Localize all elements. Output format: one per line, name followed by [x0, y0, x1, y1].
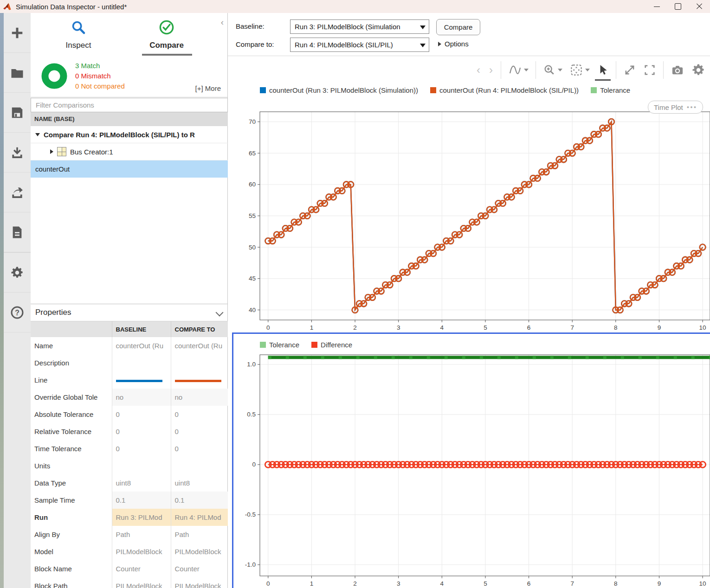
dropdown-caret-icon [420, 26, 426, 29]
property-row-align-by[interactable]: Align ByPathPath [31, 526, 228, 543]
property-row-override-global-tole[interactable]: Override Global Tolenono [31, 389, 228, 406]
add-button[interactable] [4, 13, 31, 53]
property-row-block-path[interactable]: Block PathPILModelBlockPILModelBlock [31, 577, 228, 588]
open-button[interactable] [4, 53, 31, 93]
help-button[interactable]: ? [4, 293, 31, 332]
save-button[interactable] [4, 93, 31, 133]
close-button[interactable] [689, 0, 710, 13]
fullscreen-icon[interactable] [643, 64, 656, 77]
expand-plot-icon[interactable] [623, 64, 636, 77]
property-row-units[interactable]: Units [31, 457, 228, 474]
minimize-button[interactable] [646, 0, 667, 13]
property-value-compare [171, 354, 228, 371]
property-value-compare: Path [171, 526, 228, 543]
svg-text:9: 9 [658, 324, 661, 331]
comparison-tree: Compare Run 4: PILModelBlock (SIL/PIL) t… [31, 126, 228, 178]
time-plot-badge[interactable]: Time Plot ●●● [648, 101, 703, 114]
property-row-name[interactable]: NamecounterOut (RucounterOut (Ru [31, 337, 228, 354]
zoom-in-icon[interactable] [543, 64, 562, 77]
property-value-compare: 0 [171, 406, 228, 423]
difference-plot-panel-selected[interactable]: ToleranceDifference 0123456789101.00.50-… [232, 332, 710, 588]
svg-text:10: 10 [699, 324, 706, 331]
property-row-sample-time[interactable]: Sample Time0.10.1 [31, 492, 228, 509]
more-link[interactable]: [+] More [195, 84, 221, 92]
svg-text:10: 10 [699, 580, 706, 587]
property-label: Block Name [31, 560, 112, 577]
properties-header[interactable]: Properties [31, 304, 228, 321]
maximize-button[interactable] [667, 0, 689, 13]
options-label: Options [445, 40, 469, 48]
svg-text:7: 7 [570, 580, 574, 587]
filter-comparisons-input[interactable] [31, 98, 228, 112]
svg-text:0: 0 [266, 324, 270, 331]
create-report-button[interactable] [4, 212, 31, 252]
difference-plot-chart[interactable]: 0123456789101.00.50-0.5-1.0 [233, 334, 710, 588]
tree-counterout-row-selected[interactable]: counterOut [31, 160, 228, 178]
baseline-label: Baseline: [236, 22, 265, 30]
property-row-block-name[interactable]: Block NameCounterCounter [31, 560, 228, 577]
svg-text:6: 6 [527, 324, 531, 331]
filter-comparisons [31, 98, 228, 112]
property-value-compare [171, 457, 228, 474]
svg-text:8: 8 [614, 324, 618, 331]
property-row-line[interactable]: Line [31, 371, 228, 389]
properties-col-header-label [31, 321, 112, 337]
property-value-baseline: PILModelBlock [112, 543, 171, 560]
plot-settings-gear-icon[interactable] [691, 63, 705, 77]
property-row-absolute-tolerance[interactable]: Absolute Tolerance00 [31, 406, 228, 423]
tab-compare[interactable]: Compare [127, 19, 206, 50]
property-value-baseline: 0 [112, 406, 171, 423]
options-expander[interactable]: Options [438, 40, 469, 48]
baseline-dropdown[interactable]: Run 3: PILModelBlock (Simulation [290, 19, 429, 34]
inspect-magnifier-icon [71, 19, 86, 35]
history-back-icon[interactable]: ‹ [476, 64, 481, 76]
import-icon [10, 146, 24, 160]
property-value-baseline: 0 [112, 423, 171, 440]
svg-text:9: 9 [658, 580, 661, 587]
svg-text:1: 1 [310, 580, 314, 587]
property-row-description[interactable]: Description [31, 354, 228, 371]
title-bar: Simulation Data Inspector - untitled* [0, 0, 710, 13]
toolbar-separator [616, 61, 616, 79]
property-label: Override Global Tole [31, 389, 112, 406]
svg-text:40: 40 [249, 307, 256, 313]
snapshot-camera-icon[interactable] [671, 64, 684, 77]
maximize-icon [675, 3, 681, 10]
property-row-relative-tolerance[interactable]: Relative Tolerance00 [31, 423, 228, 440]
desktop-background-sliver [0, 13, 4, 588]
tab-inspect[interactable]: Inspect [39, 19, 118, 50]
open-icon [10, 66, 24, 80]
dropdown-caret-icon [558, 69, 562, 71]
property-label: Relative Tolerance [31, 423, 112, 440]
property-label: Data Type [31, 474, 112, 492]
tree-root-row[interactable]: Compare Run 4: PILModelBlock (SIL/PIL) t… [31, 126, 228, 143]
match-count: 3 Match [75, 61, 125, 71]
compare-button[interactable]: Compare [436, 19, 480, 35]
pointer-tool-icon[interactable] [597, 64, 609, 77]
bus-creator-label: Bus Creator:1 [70, 148, 113, 156]
preferences-button[interactable] [4, 252, 31, 293]
tree-bus-creator-row[interactable]: Bus Creator:1 [31, 143, 228, 160]
time-plot-chart[interactable]: 01234567891040455055606570 [228, 83, 710, 334]
history-forward-icon[interactable]: › [488, 64, 494, 76]
save-icon [10, 106, 24, 120]
property-row-time-tolerance[interactable]: Time Tolerance00 [31, 440, 228, 457]
svg-text:6: 6 [527, 580, 531, 587]
compare-to-label: Compare to: [236, 40, 274, 48]
property-row-model[interactable]: ModelPILModelBlockPILModelBlock [31, 543, 228, 560]
badge-menu-dots-icon[interactable]: ●●● [687, 105, 697, 109]
compare-to-dropdown[interactable]: Run 4: PILModelBlock (SIL/PIL) [290, 38, 429, 52]
import-button[interactable] [4, 133, 31, 173]
export-button[interactable] [4, 173, 31, 212]
compare-check-icon [159, 19, 174, 35]
expanded-triangle-icon[interactable] [35, 133, 40, 136]
collapsed-triangle-icon[interactable] [50, 149, 53, 154]
svg-text:1: 1 [310, 324, 314, 331]
plot-area: Baseline: Run 3: PILModelBlock (Simulati… [228, 13, 710, 588]
property-value-baseline: Counter [112, 560, 171, 577]
property-row-run[interactable]: RunRun 3: PILModRun 4: PILMod [31, 509, 228, 526]
property-row-data-type[interactable]: Data Typeuint8uint8 [31, 474, 228, 492]
collapse-panel-icon[interactable]: ‹ [221, 18, 224, 26]
fit-to-view-icon[interactable] [569, 63, 590, 77]
signal-display-icon[interactable] [508, 64, 529, 77]
